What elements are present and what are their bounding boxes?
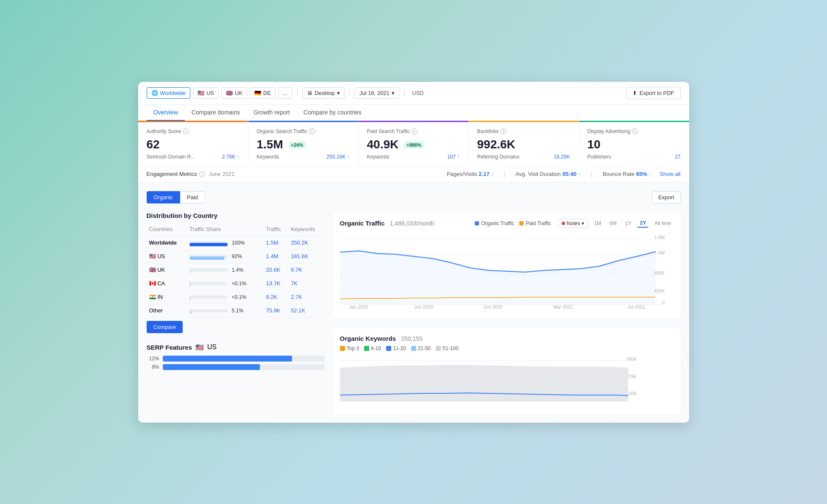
time-6m[interactable]: 6M <box>607 220 619 227</box>
avg-visit-metric: Avg. Visit Duration 05:40 ↑ <box>515 171 580 177</box>
traffic-bar-fill <box>189 297 190 301</box>
keywords-cell: 52.1K <box>288 304 324 317</box>
traffic-pct: 5.1% <box>232 308 243 314</box>
distribution-title: Distribution by Country <box>147 212 325 219</box>
traffic-cell: 1.5M <box>264 236 289 249</box>
nav-tabs: Overview Compare domains Growth report C… <box>138 105 689 121</box>
svg-text:0: 0 <box>662 301 665 305</box>
de-label: DE <box>263 90 271 96</box>
export-label: Export to PDF <box>640 90 674 96</box>
serp-bar-2: 9% <box>147 364 325 370</box>
serp-bars: 12% 9% <box>147 356 325 370</box>
notes-dot <box>562 222 565 225</box>
keywords-cell: 181.6K <box>288 249 324 263</box>
traffic-share-cell: <0.1% <box>187 290 263 304</box>
show-all-link[interactable]: Show all <box>660 171 680 177</box>
organic-traffic-chart: Organic Traffic 1,488,033/month Organic … <box>333 212 681 318</box>
currency-label: USD <box>409 90 426 96</box>
traffic-bar-fill <box>189 270 190 273</box>
time-1y[interactable]: 1Y <box>623 220 634 227</box>
separator-2: | <box>347 89 352 97</box>
metric-paid-sub: Keywords 107 ↑ <box>367 154 460 160</box>
top-bar: 🌐 Worldwide 🇺🇸 US 🇬🇧 UK 🇩🇪 DE ... | 🖥 <box>138 82 689 105</box>
left-panel: Distribution by Country Countries Traffi… <box>147 212 325 414</box>
filter-more[interactable]: ... <box>278 87 292 99</box>
traffic-cell: 75.9K <box>264 304 289 317</box>
separator-1: | <box>295 89 300 97</box>
engagement-info-icon[interactable]: i <box>199 171 205 177</box>
filter-uk[interactable]: 🇬🇧 UK <box>221 87 247 99</box>
backlinks-info-icon[interactable]: i <box>500 128 506 134</box>
device-selector[interactable]: 🖥 Desktop ▾ <box>302 87 345 99</box>
compare-button[interactable]: Compare <box>147 321 183 333</box>
organic-info-icon[interactable]: i <box>309 128 315 134</box>
col-traffic-share: Traffic Share <box>187 224 263 236</box>
tab-growth-report[interactable]: Growth report <box>247 105 297 121</box>
notes-chevron-icon: ▾ <box>582 220 584 226</box>
metric-organic: Organic Search Traffic i 1.5M +24% Keywo… <box>248 121 359 166</box>
uk-label: UK <box>235 90 242 96</box>
legend-paid: Paid Traffic <box>519 220 551 226</box>
traffic-cell: 1.4M <box>264 249 289 263</box>
content-area: Organic Paid Export Distribution by Coun… <box>138 183 689 423</box>
country-name: Worldwide <box>149 239 177 246</box>
country-cell: Worldwide <box>147 236 187 249</box>
traffic-bar-container <box>189 241 228 245</box>
filter-us[interactable]: 🇺🇸 US <box>193 87 219 99</box>
paid-info-icon[interactable]: i <box>412 128 418 134</box>
date-selector[interactable]: Jul 18, 2021 ▾ <box>355 87 399 99</box>
uk-flag-icon: 🇬🇧 <box>226 90 233 96</box>
organic-toggle-btn[interactable]: Organic <box>147 191 181 203</box>
de-flag-icon: 🇩🇪 <box>254 90 261 96</box>
traffic-share-cell: 92% <box>187 249 263 263</box>
date-label: Jul 18, 2021 <box>359 90 390 96</box>
organic-keywords-chart: Organic Keywords 250,155 Top 3 4-10 <box>333 328 681 414</box>
time-2y[interactable]: 2Y <box>637 219 649 228</box>
export-button[interactable]: Export <box>652 191 681 203</box>
serp-country: US <box>207 343 217 351</box>
traffic-chart-svg: 1.8M 1.4M 900K 450K 0 <box>340 233 674 309</box>
traffic-pct: 1.4% <box>232 267 243 273</box>
country-name: Other <box>149 307 163 314</box>
time-1m[interactable]: 1M <box>591 220 604 227</box>
metric-backlinks-sub: Referring Domains 16.25K <box>477 154 570 160</box>
metric-paid-title: Paid Search Traffic i <box>367 128 460 134</box>
traffic-bar-container <box>189 309 228 312</box>
display-info-icon[interactable]: i <box>632 128 638 134</box>
export-pdf-button[interactable]: ⬆ Export to PDF <box>626 87 681 99</box>
svg-marker-10 <box>340 251 655 304</box>
desktop-icon: 🖥 <box>307 90 312 96</box>
export-icon: ⬆ <box>632 90 637 96</box>
country-flag: 🇬🇧 <box>149 267 156 273</box>
tab-compare-countries[interactable]: Compare by countries <box>297 105 368 121</box>
metric-backlinks-value: 992.6K <box>477 138 570 151</box>
tab-compare-domains[interactable]: Compare domains <box>185 105 247 121</box>
metric-paid-value: 40.9K +986% <box>367 138 460 151</box>
metric-organic-value: 1.5M +24% <box>257 138 350 151</box>
tab-overview[interactable]: Overview <box>147 105 185 121</box>
metric-organic-sub: Keywords 250.16K ↑ <box>257 154 350 160</box>
paid-toggle-btn[interactable]: Paid <box>180 191 205 203</box>
us-flag-icon: 🇺🇸 <box>198 90 204 96</box>
notes-button[interactable]: Notes ▾ <box>558 219 588 228</box>
traffic-share-cell: <0.1% <box>187 276 263 290</box>
filter-de[interactable]: 🇩🇪 DE <box>250 87 276 99</box>
time-all[interactable]: All time <box>652 220 674 227</box>
traffic-bar-container <box>189 282 228 285</box>
table-row: 🇬🇧 UK 1.4% 20.6K 6.7K <box>147 263 325 276</box>
paid-badge: +986% <box>404 142 423 148</box>
authority-info-icon[interactable]: i <box>183 128 189 134</box>
country-name: US <box>157 253 165 259</box>
worldwide-icon: 🌐 <box>151 90 158 96</box>
traffic-share-cell: 100% <box>187 236 263 249</box>
keywords-cell: 6.7K <box>288 263 324 276</box>
keywords-legend: Top 3 4-10 11-20 21-50 <box>340 345 674 351</box>
country-name: IN <box>157 294 163 300</box>
filter-worldwide[interactable]: 🌐 Worldwide <box>147 87 190 99</box>
kw-legend-11-20: 11-20 <box>386 345 406 351</box>
serp-title: SERP Features <box>147 344 192 351</box>
traffic-pct: 100% <box>232 240 245 246</box>
country-flag: 🇨🇦 <box>149 280 156 287</box>
traffic-pct: <0.1% <box>232 281 246 287</box>
country-cell: 🇮🇳 IN <box>147 290 187 304</box>
